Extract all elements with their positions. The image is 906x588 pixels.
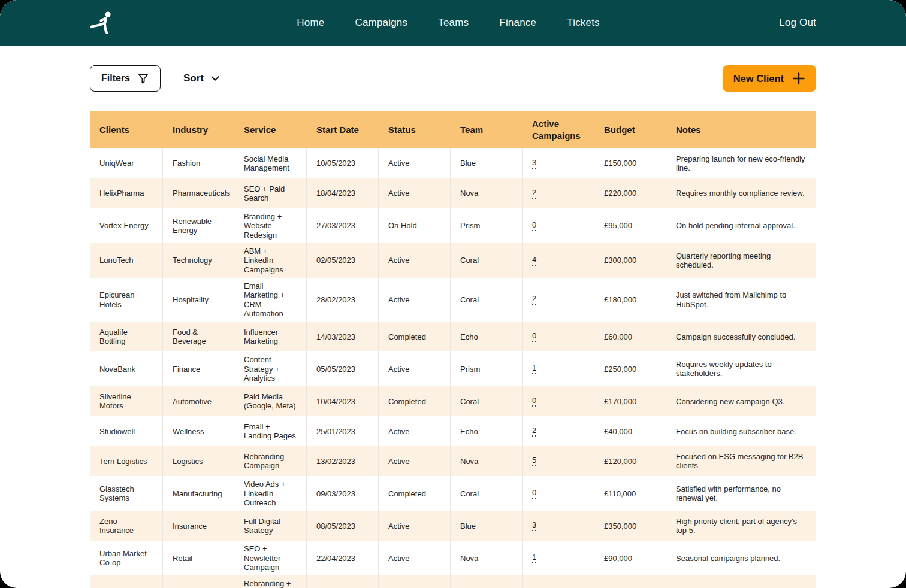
- cell-client: Zeno Insurance: [90, 511, 163, 541]
- chevron-down-icon: [210, 73, 221, 84]
- cell-start-date: 09/03/2023: [307, 476, 379, 511]
- cell-team: Nova: [451, 446, 523, 476]
- table-row[interactable]: Zeno Insurance Insurance Full Digital St…: [90, 511, 816, 541]
- table-row[interactable]: Epicurean Hotels Hospitality Email Marke…: [90, 278, 816, 322]
- table-row[interactable]: Vortex Energy Renewable Energy Branding …: [90, 208, 816, 243]
- nav-item-finance[interactable]: Finance: [499, 17, 536, 29]
- table-row[interactable]: Urban Market Co-op Retail SEO + Newslett…: [90, 541, 816, 575]
- cell-team: Coral: [451, 278, 523, 322]
- cell-budget: £350,000: [594, 511, 666, 541]
- cell-start-date: 18/04/2023: [307, 178, 379, 208]
- cell-team: Coral: [451, 476, 523, 511]
- active-campaigns-value[interactable]: 2: [532, 294, 536, 305]
- table-row[interactable]: UniqWear Fashion Social Media Management…: [90, 148, 816, 178]
- cell-service: Branding + Website Redesign: [234, 208, 307, 243]
- cell-team: Nova: [451, 541, 523, 575]
- cell-status: Active: [379, 541, 451, 575]
- cell-client: Studiowell: [90, 416, 163, 446]
- nav-item-home[interactable]: Home: [297, 17, 324, 29]
- table-row[interactable]: LunoTech Technology ABM + LinkedIn Campa…: [90, 243, 816, 278]
- filters-button[interactable]: Filters: [90, 65, 161, 92]
- table-row[interactable]: HelixPharma Pharmaceuticals SEO + Paid S…: [90, 178, 816, 208]
- cell-industry: Automotive: [163, 386, 234, 416]
- nav-item-teams[interactable]: Teams: [438, 17, 469, 29]
- cell-active-campaigns: 0: [523, 476, 594, 511]
- sort-control[interactable]: Sort: [183, 72, 221, 84]
- table-row[interactable]: Aqualife Bottling Food & Beverage Influe…: [90, 322, 816, 351]
- column-header-budget: Budget: [594, 119, 666, 141]
- column-header-start-date: Start Date: [307, 119, 379, 141]
- table-row[interactable]: AeroFleet Aviation Rebranding + Press Ou…: [90, 575, 816, 588]
- active-campaigns-value[interactable]: 0: [532, 488, 536, 499]
- runner-logo-icon: [90, 8, 117, 37]
- column-header-industry: Industry: [163, 119, 234, 141]
- active-campaigns-value[interactable]: 0: [532, 220, 536, 231]
- cell-notes: Focused on ESG messaging for B2B clients…: [666, 446, 816, 476]
- cell-client: NovaBank: [90, 351, 163, 386]
- table-body: UniqWear Fashion Social Media Management…: [90, 148, 816, 588]
- table-header-row: Clients Industry Service Start Date Stat…: [90, 111, 816, 148]
- cell-client: HelixPharma: [90, 178, 163, 208]
- new-client-button[interactable]: New Client: [723, 65, 816, 92]
- active-campaigns-value[interactable]: 0: [532, 396, 536, 407]
- active-campaigns-value[interactable]: 1: [532, 363, 536, 374]
- cell-status: Completed: [379, 476, 451, 511]
- cell-client: Aqualife Bottling: [90, 322, 163, 351]
- cell-client: AeroFleet: [90, 575, 163, 588]
- cell-budget: £75,000: [594, 575, 666, 588]
- active-campaigns-value[interactable]: 5: [532, 456, 536, 466]
- cell-industry: Technology: [163, 243, 234, 278]
- new-client-button-label: New Client: [733, 73, 784, 84]
- cell-team: Prism: [451, 351, 523, 386]
- cell-status: Active: [379, 351, 451, 386]
- table-row[interactable]: Silverline Motors Automotive Paid Media …: [90, 386, 816, 416]
- cell-active-campaigns: 0: [523, 386, 594, 416]
- cell-start-date: 02/05/2023: [307, 243, 379, 278]
- cell-active-campaigns: 0: [523, 575, 594, 588]
- cell-notes: Requires weekly updates to stakeholders.: [666, 351, 816, 386]
- table-row[interactable]: Glasstech Systems Manufacturing Video Ad…: [90, 476, 816, 511]
- cell-notes: High priority client; part of agency's t…: [666, 511, 816, 541]
- cell-team: Nova: [451, 178, 523, 208]
- cell-notes: Satisfied with performance, no renewal y…: [666, 476, 816, 511]
- cell-budget: £220,000: [594, 178, 666, 208]
- active-campaigns-value[interactable]: 4: [532, 255, 536, 266]
- nav-item-campaigns[interactable]: Campaigns: [355, 17, 407, 29]
- cell-service: SEO + Paid Search: [234, 178, 307, 208]
- cell-client: Tern Logistics: [90, 446, 163, 476]
- toolbar: Filters Sort New Client: [90, 65, 816, 92]
- cell-active-campaigns: 5: [523, 446, 594, 476]
- table-row[interactable]: NovaBank Finance Content Strategy + Anal…: [90, 351, 816, 386]
- column-header-status: Status: [379, 119, 451, 141]
- active-campaigns-value[interactable]: 3: [532, 158, 536, 169]
- cell-active-campaigns: 1: [523, 541, 594, 575]
- cell-status: Completed: [379, 386, 451, 416]
- cell-notes: Campaign successfully concluded.: [666, 322, 816, 351]
- column-header-active-campaigns: Active Campaigns: [523, 113, 594, 147]
- active-campaigns-value[interactable]: 1: [532, 553, 536, 563]
- cell-service: Email + Landing Pages: [234, 416, 307, 446]
- table-row[interactable]: Studiowell Wellness Email + Landing Page…: [90, 416, 816, 446]
- cell-service: Rebranding + Press Outreach: [234, 575, 307, 588]
- cell-service: Video Ads + LinkedIn Outreach: [234, 476, 307, 511]
- active-campaigns-value[interactable]: 2: [532, 426, 536, 437]
- cell-active-campaigns: 2: [523, 178, 594, 208]
- active-campaigns-value[interactable]: 0: [532, 331, 536, 342]
- logout-link[interactable]: Log Out: [779, 17, 816, 29]
- nav-item-tickets[interactable]: Tickets: [567, 17, 600, 29]
- cell-client: Silverline Motors: [90, 386, 163, 416]
- cell-notes: Seasonal campaigns planned.: [666, 541, 816, 575]
- cell-industry: Manufacturing: [163, 476, 234, 511]
- active-campaigns-value[interactable]: 3: [532, 520, 536, 531]
- table-row[interactable]: Tern Logistics Logistics Rebranding Camp…: [90, 446, 816, 476]
- sort-label: Sort: [183, 72, 204, 84]
- active-campaigns-value[interactable]: 2: [532, 188, 536, 199]
- cell-service: Content Strategy + Analytics: [234, 351, 307, 386]
- cell-notes: Preparing launch for new eco-friendly li…: [666, 148, 816, 178]
- cell-status: Active: [379, 446, 451, 476]
- cell-service: SEO + Newsletter Campaign: [234, 541, 307, 575]
- cell-notes: Just switched from Mailchimp to HubSpot.: [666, 278, 816, 322]
- cell-active-campaigns: 0: [523, 322, 594, 351]
- cell-active-campaigns: 2: [523, 278, 594, 322]
- cell-client: Vortex Energy: [90, 208, 163, 243]
